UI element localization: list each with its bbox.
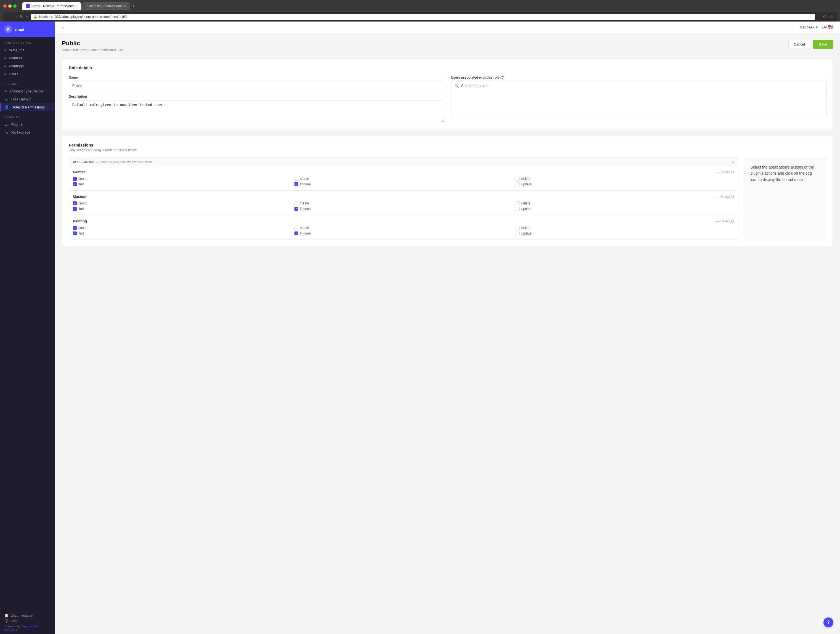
checkbox-museum-create[interactable]	[294, 202, 298, 205]
checkbox-museum-delete[interactable]	[516, 202, 519, 205]
painting-delete[interactable]: delete	[516, 226, 734, 230]
sidebar: strapi CONTENT TYPES Museums Painters Pa…	[0, 22, 55, 634]
new-tab-button[interactable]: +	[132, 3, 135, 9]
tab-close-inactive[interactable]: ×	[124, 4, 126, 8]
checkbox-painter-update[interactable]	[516, 182, 519, 186]
checkbox-painter-findone[interactable]: ✓	[294, 182, 298, 186]
checkbox-painting-delete[interactable]	[516, 226, 519, 230]
user-search-field[interactable]	[461, 84, 823, 88]
painting-group-header: Painting — Select All	[73, 219, 734, 223]
topbar-right: tvanbeek ▾ EN 🇺🇸	[800, 25, 834, 30]
painting-select-all[interactable]: — Select All	[716, 219, 734, 223]
topbar-lang[interactable]: EN 🇺🇸	[822, 25, 834, 30]
sidebar-item-marketplace[interactable]: 🛍 Marketplace	[0, 128, 55, 136]
museum-count[interactable]: ✓ count	[73, 202, 291, 205]
checkbox-painting-create[interactable]	[294, 226, 298, 230]
page-title-group: Public Default role given to unauthentic…	[62, 40, 124, 52]
museum-delete[interactable]: delete	[516, 202, 734, 205]
museum-select-all[interactable]: — Select All	[716, 195, 734, 199]
info-panel: Select the application's actions or the …	[744, 158, 826, 240]
label-painting-find: find	[78, 232, 84, 235]
checkbox-painting-count[interactable]: ✓	[73, 226, 77, 230]
painting-group-name: Painting	[73, 219, 87, 223]
sidebar-item-files-upload[interactable]: ☁ Files Upload	[0, 95, 55, 103]
reload-button[interactable]: ↻	[20, 14, 24, 20]
checkbox-museum-findone[interactable]: ✓	[294, 207, 298, 211]
sidebar-item-paintings[interactable]: Paintings	[0, 62, 55, 70]
checkbox-painter-count[interactable]: ✓	[73, 177, 77, 181]
checkbox-painting-findone[interactable]: ✓	[294, 232, 298, 235]
topbar-user[interactable]: tvanbeek ▾	[800, 25, 818, 29]
painting-create[interactable]: create	[294, 226, 513, 230]
label-painting-delete: delete	[521, 226, 531, 230]
label-painter-delete: delete	[521, 177, 531, 181]
dot-green[interactable]	[13, 5, 17, 8]
help-button[interactable]: ?	[823, 617, 834, 628]
label-museum-delete: delete	[521, 202, 531, 205]
sidebar-item-users[interactable]: Users	[0, 70, 55, 78]
browser-tab-active[interactable]: Strapi - Roles & Permissions ×	[22, 2, 81, 10]
pocket-icon[interactable]: 🛡	[823, 15, 827, 19]
name-input[interactable]	[69, 81, 444, 90]
svg-point-0	[6, 27, 10, 31]
checkbox-museum-count[interactable]: ✓	[73, 202, 77, 205]
painter-count[interactable]: ✓ count	[73, 177, 291, 181]
cancel-button[interactable]: Cancel	[788, 40, 810, 49]
more-icon[interactable]: ···	[817, 15, 820, 19]
painter-find[interactable]: ✓ find	[73, 182, 291, 186]
sidebar-label-museums: Museums	[9, 48, 24, 52]
painter-update[interactable]: update	[516, 182, 734, 186]
browser-tab-inactive[interactable]: localhost:1337/museums ×	[82, 2, 130, 10]
dot-yellow[interactable]	[8, 5, 12, 8]
checkbox-painting-find[interactable]: ✓	[73, 232, 77, 235]
museum-group-header: Museum — Select All	[73, 194, 734, 199]
label-painter-update: update	[521, 182, 532, 186]
sidebar-item-museums[interactable]: Museums	[0, 46, 55, 54]
tab-close-active[interactable]: ×	[75, 4, 77, 8]
museum-find[interactable]: ✓ find	[73, 207, 291, 211]
checkbox-painter-find[interactable]: ✓	[73, 182, 77, 186]
checkbox-painting-update[interactable]	[516, 232, 519, 235]
checkbox-museum-update[interactable]	[516, 207, 519, 211]
label-museum-count: count	[78, 202, 86, 205]
checkbox-painter-create[interactable]	[294, 177, 298, 181]
painter-create[interactable]: create	[294, 177, 513, 181]
checkbox-painter-delete[interactable]	[516, 177, 519, 181]
marketplace-icon: 🛍	[5, 130, 8, 134]
sidebar-item-plugins[interactable]: ☰ Plugins	[0, 120, 55, 128]
museum-create[interactable]: create	[294, 202, 513, 205]
back-button[interactable]: ←	[6, 14, 11, 19]
forward-button[interactable]: →	[13, 14, 18, 19]
app-section-title-group: APPLICATION — Define all your project's …	[73, 160, 153, 164]
description-textarea[interactable]: Default role given to unauthenticated us…	[69, 100, 444, 122]
painting-count[interactable]: ✓ count	[73, 226, 291, 230]
painting-update[interactable]: update	[516, 232, 734, 235]
documentation-link[interactable]: 📋 Documentation	[5, 613, 51, 617]
museum-findone[interactable]: ✓ findone	[294, 207, 513, 211]
page-back-button[interactable]: ‹	[62, 24, 63, 30]
museum-update[interactable]: update	[516, 207, 734, 211]
painter-delete[interactable]: delete	[516, 177, 734, 181]
collapse-icon[interactable]: ∧	[732, 160, 734, 164]
sidebar-label-painters: Painters	[9, 56, 22, 60]
painting-findone[interactable]: ✓ findone	[294, 232, 513, 235]
painter-select-all[interactable]: — Select All	[716, 170, 734, 174]
sidebar-item-roles-permissions[interactable]: 👤 Roles & Permissions	[0, 103, 55, 111]
user-search-input-wrapper[interactable]: 🔍	[451, 81, 826, 90]
star-icon[interactable]: ☆	[830, 15, 834, 19]
url-bar[interactable]: 🔒 localhost:1337/admin/plugins/users-per…	[31, 14, 815, 20]
painting-find[interactable]: ✓ find	[73, 232, 291, 235]
label-museum-findone: findone	[300, 207, 311, 211]
help-link[interactable]: ❓ Help	[5, 619, 51, 623]
sidebar-item-painters[interactable]: Painters	[0, 54, 55, 62]
dot-red[interactable]	[3, 5, 6, 8]
save-button[interactable]: Save	[813, 40, 834, 49]
checkbox-museum-find[interactable]: ✓	[73, 207, 77, 211]
name-label: Name	[69, 76, 444, 79]
sidebar-item-content-type-builder[interactable]: ✏ Content Type Builder	[0, 87, 55, 95]
painter-findone[interactable]: ✓ findone	[294, 182, 513, 186]
home-button[interactable]: ⌂	[26, 14, 28, 19]
label-painter-create: create	[300, 177, 309, 181]
flag-icon: 🇺🇸	[828, 25, 834, 30]
label-museum-create: create	[300, 202, 309, 205]
